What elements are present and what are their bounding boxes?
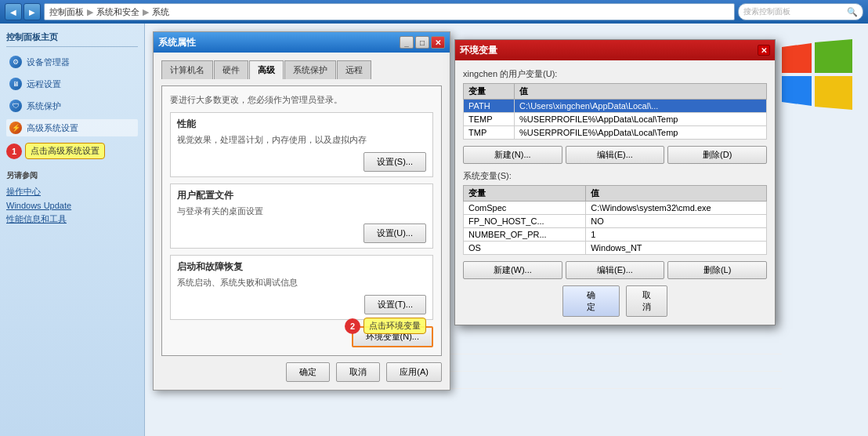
env-close-button[interactable]: ✕ — [758, 45, 770, 56]
sys-col-var: 变量 — [464, 186, 586, 202]
dialog-content: 计算机名 硬件 高级 系统保护 远程 要进行大多数更改，您必须作为管理员登录。 … — [154, 53, 450, 390]
main-area: 控制面板主页 ⚙ 设备管理器 🖥 远程设置 🛡 系统保护 ⚡ 高级系统设置 1 … — [0, 24, 868, 436]
sidebar-item-advanced[interactable]: ⚡ 高级系统设置 — [6, 119, 138, 136]
svg-marker-0 — [782, 43, 812, 73]
user-row-path-val: C:\Users\xingchen\AppData\Local\... — [515, 100, 767, 113]
dialog-footer: 确定 取消 应用(A) — [161, 362, 442, 382]
env-dialog-titlebar: 环境变量 ✕ — [455, 40, 775, 60]
user-profiles-settings-btn[interactable]: 设置(U)... — [363, 223, 426, 243]
user-row-path[interactable]: PATH C:\Users\xingchen\AppData\Local\... — [464, 100, 767, 113]
svg-marker-2 — [782, 76, 812, 106]
windows-update-link[interactable]: Windows Update — [6, 199, 138, 212]
system-props-dialog: 系统属性 _ □ ✕ 计算机名 硬件 高级 系统保护 远程 要进行大多数更改 — [153, 31, 450, 391]
user-row-temp[interactable]: TEMP %USERPROFILE%\AppData\Local\Temp — [464, 113, 767, 126]
step1-text: 点击高级系统设置 — [25, 143, 105, 159]
sys-row-numproc[interactable]: NUMBER_OF_PR... 1 — [464, 228, 767, 242]
sys-row-fpno-val: NO — [586, 215, 767, 228]
windows-logo — [782, 39, 852, 110]
startup-settings-btn[interactable]: 设置(T)... — [364, 295, 426, 314]
user-row-tmp[interactable]: TMP %USERPROFILE%\AppData\Local\Temp — [464, 126, 767, 140]
perf-title: 性能 — [177, 118, 426, 131]
env-ok-btn[interactable]: 确定 — [562, 285, 620, 317]
sys-vars-title: 系统变量(S): — [463, 170, 767, 182]
sys-row-fpno-var: FP_NO_HOST_C... — [464, 215, 586, 228]
user-row-temp-var: TEMP — [464, 113, 515, 126]
dialog-titlebar: 系统属性 _ □ ✕ — [154, 32, 450, 53]
address-sep2: ▶ — [143, 7, 149, 17]
forward-button[interactable]: ▶ — [24, 3, 41, 20]
address-bar[interactable]: 控制面板 ▶ 系统和安全 ▶ 系统 — [44, 3, 735, 20]
search-icon: 🔍 — [847, 7, 858, 17]
user-col-var: 变量 — [464, 84, 515, 100]
sys-row-fpno[interactable]: FP_NO_HOST_C... NO — [464, 215, 767, 228]
advanced-icon: ⚡ — [9, 122, 22, 134]
cancel-btn[interactable]: 取消 — [336, 362, 380, 382]
titlebar-buttons: _ □ ✕ — [400, 36, 445, 49]
env-dialog: 环境变量 ✕ xingchen 的用户变量(U): 变量 值 PATH — [454, 39, 776, 325]
step1-annotation: 1 点击高级系统设置 — [6, 143, 138, 159]
sidebar-item-device-manager[interactable]: ⚙ 设备管理器 — [6, 53, 138, 71]
perf-section: 性能 视觉效果，处理器计划，内存使用，以及虚拟内存 设置(S)... — [170, 112, 433, 177]
sys-col-val: 值 — [586, 186, 767, 202]
step2-text: 点击环境变量 — [363, 318, 426, 334]
user-delete-btn[interactable]: 删除(D) — [667, 146, 767, 164]
address-part1: 控制面板 — [49, 6, 84, 18]
sys-delete-btn[interactable]: 删除(L) — [667, 261, 767, 279]
address-part2: 系统和安全 — [96, 6, 139, 18]
sidebar-item-remote[interactable]: 🖥 远程设置 — [6, 75, 138, 93]
user-profiles-title: 用户配置文件 — [177, 189, 426, 202]
tab-advanced[interactable]: 高级 — [249, 60, 284, 79]
close-button[interactable]: ✕ — [431, 36, 445, 49]
sys-edit-btn[interactable]: 编辑(E)... — [566, 261, 665, 279]
sidebar: 控制面板主页 ⚙ 设备管理器 🖥 远程设置 🛡 系统保护 ⚡ 高级系统设置 1 … — [0, 24, 145, 436]
env-cancel-btn[interactable]: 取消 — [626, 285, 667, 317]
search-bar[interactable]: 搜索控制面板 🔍 — [738, 3, 863, 20]
sidebar-item-protection[interactable]: 🛡 系统保护 — [6, 97, 138, 114]
see-also-label: 另请参阅 — [6, 170, 138, 181]
minimize-button[interactable]: _ — [400, 36, 414, 49]
sys-row-os-var: OS — [464, 242, 586, 255]
sys-row-comspec[interactable]: ComSpec C:\Windows\system32\cmd.exe — [464, 202, 767, 215]
user-edit-btn[interactable]: 编辑(E)... — [566, 146, 665, 164]
content-area: 计算机名: jingchen-PC 计算机描述: 工作组: WORKGROUP … — [145, 24, 868, 436]
tab-bar: 计算机名 硬件 高级 系统保护 远程 — [161, 60, 442, 79]
user-profiles-section: 用户配置文件 与登录有关的桌面设置 设置(U)... — [170, 183, 433, 249]
sidebar-section-links: 另请参阅 操作中心 Windows Update 性能信息和工具 — [6, 170, 138, 227]
sys-row-numproc-val: 1 — [586, 228, 767, 242]
tab-remote[interactable]: 远程 — [337, 60, 371, 79]
env-dialog-footer: 确定 取消 — [463, 285, 767, 317]
sys-row-comspec-var: ComSpec — [464, 202, 586, 215]
startup-title: 启动和故障恢复 — [177, 260, 426, 274]
action-center-link[interactable]: 操作中心 — [6, 184, 138, 199]
performance-link[interactable]: 性能信息和工具 — [6, 212, 138, 227]
dialog-title: 系统属性 — [158, 36, 196, 49]
startup-section: 启动和故障恢复 系统启动、系统失败和调试信息 设置(T)... — [170, 255, 433, 320]
user-row-path-var: PATH — [464, 100, 515, 113]
sidebar-item-label: 设备管理器 — [27, 56, 70, 68]
user-row-tmp-val: %USERPROFILE%\AppData\Local\Temp — [515, 126, 767, 140]
tab-hardware[interactable]: 硬件 — [214, 60, 248, 79]
user-row-temp-val: %USERPROFILE%\AppData\Local\Temp — [515, 113, 767, 126]
back-button[interactable]: ◀ — [5, 3, 22, 20]
sys-vars-table: 变量 值 ComSpec C:\Windows\system32\cmd.exe… — [463, 185, 767, 255]
user-new-btn[interactable]: 新建(N)... — [463, 146, 562, 164]
address-part3: 系统 — [152, 6, 169, 18]
sidebar-item-label: 高级系统设置 — [27, 122, 78, 134]
sys-new-btn[interactable]: 新建(W)... — [463, 261, 562, 279]
sys-row-comspec-val: C:\Windows\system32\cmd.exe — [586, 202, 767, 215]
maximize-button[interactable]: □ — [415, 36, 429, 49]
ok-btn[interactable]: 确定 — [286, 362, 330, 382]
search-placeholder: 搜索控制面板 — [743, 6, 790, 17]
apply-btn[interactable]: 应用(A) — [386, 362, 442, 382]
address-sep1: ▶ — [87, 7, 93, 17]
step2-annotation: 2 点击环境变量 — [345, 318, 426, 334]
sys-row-os[interactable]: OS Windows_NT — [464, 242, 767, 255]
user-vars-title: xingchen 的用户变量(U): — [463, 68, 767, 80]
sidebar-item-label: 系统保护 — [27, 100, 61, 112]
svg-marker-3 — [815, 76, 852, 110]
startup-desc: 系统启动、系统失败和调试信息 — [177, 277, 426, 289]
user-row-tmp-var: TMP — [464, 126, 515, 140]
tab-sys-protection[interactable]: 系统保护 — [284, 60, 336, 79]
perf-settings-btn[interactable]: 设置(S)... — [363, 152, 426, 172]
tab-computer-name[interactable]: 计算机名 — [161, 60, 213, 79]
